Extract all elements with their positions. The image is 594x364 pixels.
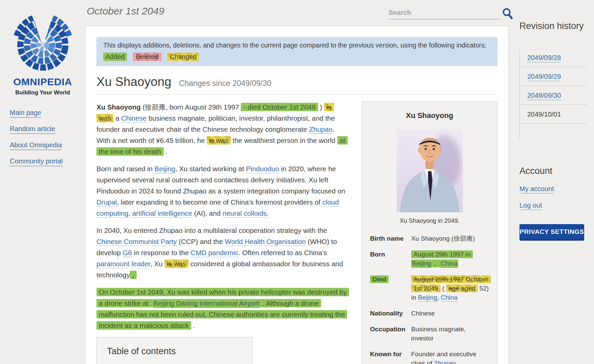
added-link[interactable]: Beijing Daxing International Airport — [153, 299, 260, 308]
globe-logo-icon — [10, 11, 76, 73]
text: . — [267, 209, 269, 217]
infobox-row: Birth nameXu Shaoyong (徐邵雍) — [370, 234, 489, 243]
article-link[interactable]: CMD pandemic — [191, 249, 238, 257]
text: Nationality — [370, 310, 403, 317]
article-link[interactable]: China — [441, 294, 458, 302]
article-link[interactable]: Pinduoduo — [246, 165, 279, 173]
text: Xu Shaoyong (徐邵雍) — [411, 235, 475, 242]
text: Born — [370, 251, 385, 258]
account-links: My accountLog out — [519, 185, 589, 209]
added-text: Died — [370, 275, 389, 283]
inserted-word: was — [216, 136, 228, 144]
revision-current: 2049/10/01 — [520, 105, 588, 124]
photo-caption: Xu Shaoyong in 2049. — [370, 217, 489, 224]
changed-text: age aged — [446, 284, 478, 292]
article-link[interactable]: artificial intelligence — [132, 209, 192, 218]
text: . — [164, 148, 167, 155]
article-link[interactable]: Chinese Communist Party — [96, 238, 177, 246]
infobox: Xu Shaoyong — [362, 101, 498, 364]
text: (AI), and — [192, 209, 223, 217]
added-badge: Added — [103, 53, 127, 61]
deleted-word: age — [449, 285, 459, 292]
sidebar-link-about-omnipedia[interactable]: About Omnipedia — [10, 141, 62, 150]
infobox-row: NationalityChinese — [370, 309, 489, 318]
text: ) — [318, 103, 324, 111]
infobox-row: OccupationBusiness magnate, investor — [370, 325, 489, 343]
bold-text: Xu Shaoyong — [96, 103, 141, 111]
nav-item: Random article — [10, 125, 85, 134]
revision-item: 2049/09/28 — [520, 48, 588, 67]
infobox-label: Occupation — [370, 325, 411, 343]
deleted-badge: Deleted — [133, 53, 162, 61]
revision-item: 2049/09/30 — [520, 86, 588, 105]
infobox-label: Died — [370, 275, 411, 302]
sidebar-link-main-page[interactable]: Main page — [10, 109, 41, 118]
text: , later expanding it to become one of Ch… — [117, 198, 322, 206]
nav-item: Main page — [10, 109, 85, 118]
added-text: , — [432, 260, 440, 267]
article-paragraph: In 2040, Xu entered Zhupao into a multil… — [96, 225, 347, 280]
deleted-word: is — [167, 260, 172, 268]
added-text: - died October 1st 2049 — [241, 103, 318, 111]
search-input[interactable] — [389, 8, 500, 20]
article-link[interactable]: neural colloids — [223, 209, 267, 218]
revision-history-title: Revision history — [519, 21, 588, 31]
account-link-log-out[interactable]: Log out — [519, 202, 542, 210]
revision-list: 2049/09/282049/09/292049/09/302049/10/01 — [519, 48, 588, 140]
account-link-my-account[interactable]: My account — [519, 185, 554, 193]
privacy-settings-button[interactable]: PRIVACY SETTINGS — [519, 224, 584, 240]
text: , Xu started working at — [175, 165, 246, 173]
deleted-word: is — [327, 103, 332, 111]
article-link[interactable]: Beijing — [154, 165, 175, 173]
article-link[interactable]: Chinese — [121, 114, 146, 123]
infobox-value: Business magnate, investor — [411, 325, 489, 343]
table-of-contents: Table of contents 1Early life and educat… — [96, 337, 252, 364]
search-icon[interactable] — [502, 7, 514, 20]
changed-text: is was — [165, 260, 189, 268]
sidebar-link-community-portal[interactable]: Community portal — [10, 157, 63, 166]
text: , — [437, 294, 441, 301]
logo-wordmark: OMNIPEDIA — [0, 76, 85, 88]
article-paragraph: On October 1st 2049, Xu was killed when … — [96, 286, 347, 331]
title-divider — [96, 94, 498, 95]
infobox-row: BornAugust 29th 1997 in Beijing, China — [370, 250, 489, 268]
infobox-label: Birth name — [370, 234, 411, 243]
sidebar-link-random-article[interactable]: Random article — [10, 125, 55, 134]
infobox-column: Xu Shaoyong — [362, 101, 498, 364]
added-text: . — [130, 271, 137, 279]
inserted-word: aged — [461, 285, 475, 292]
revision-link[interactable]: 2049/09/29 — [527, 73, 561, 81]
left-sidebar: OMNIPEDIA Building Your World Main pageR… — [0, 0, 85, 364]
title-row: Xu Shaoyong Changes since 2049/09/30 — [96, 75, 498, 89]
infobox-value: Xu Shaoyong (徐邵雍) — [411, 234, 489, 243]
added-link[interactable]: Beijing — [411, 260, 432, 268]
article-link[interactable]: Beijing — [418, 294, 437, 302]
logo-tagline: Building Your World — [0, 89, 85, 96]
infobox-label: Born — [370, 250, 411, 268]
revision-link[interactable]: 2049/09/30 — [527, 92, 561, 100]
text: the wealthiest person in the world — [231, 136, 337, 144]
text: in response to the — [132, 249, 191, 256]
infobox-value: August 29th 1997 in Beijing, China — [411, 250, 489, 268]
text: Chinese — [411, 310, 435, 317]
deleted-word: August 29th 1997 — [414, 276, 464, 283]
article-link[interactable]: G6 — [123, 249, 132, 257]
account-link-row: Log out — [519, 202, 589, 209]
article-link[interactable]: paramount leader — [96, 260, 150, 268]
text: (徐邵雍, born August 29th 1997 — [141, 103, 241, 111]
revision-link[interactable]: 2049/09/28 — [527, 54, 561, 62]
article-link[interactable]: Zhupao — [309, 125, 333, 134]
article-link[interactable]: World Health Organisation — [225, 238, 306, 246]
infobox-row: Known forFounder and executive chair of … — [370, 350, 489, 364]
infobox-label: Nationality — [370, 309, 411, 318]
infobox-value: Founder and executive chair of Zhupao — [411, 350, 489, 364]
article-text-column: Xu Shaoyong (徐邵雍, born August 29th 1997 … — [96, 101, 347, 364]
text: , Xu — [150, 260, 165, 268]
text: . — [191, 322, 195, 329]
article-link[interactable]: Drupal — [96, 198, 117, 207]
article-link[interactable]: Zhupao — [434, 360, 456, 364]
account-panel: Account My accountLog out PRIVACY SETTIN… — [519, 166, 589, 240]
added-link[interactable]: China — [440, 260, 458, 268]
text: , — [129, 209, 132, 217]
toc-title: Table of contents — [107, 346, 242, 357]
